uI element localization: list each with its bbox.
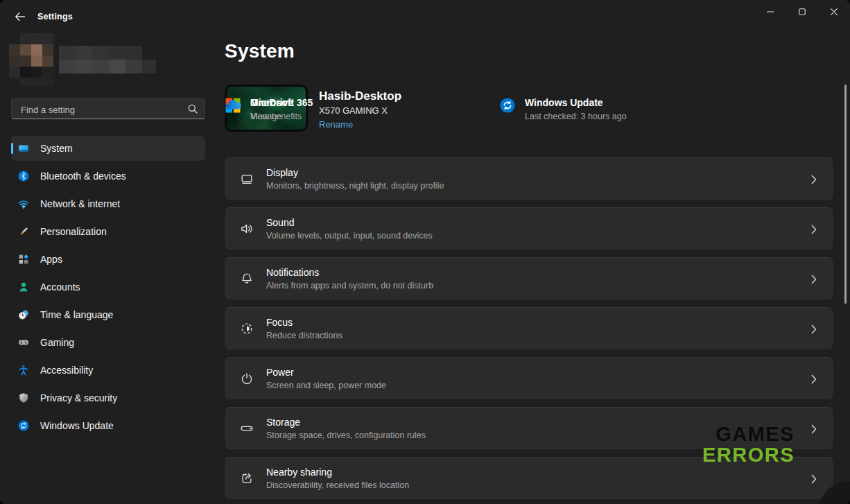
search-input[interactable]	[19, 99, 187, 120]
settings-list: Display Monitors, brightness, night ligh…	[225, 157, 833, 499]
device-model: X570 GAMING X	[319, 105, 401, 116]
main-content: System Hasib-Desktop X570 GAMING X Renam…	[225, 33, 850, 504]
quick-link-onedrive[interactable]: OneDrive Manage	[225, 97, 293, 121]
quick-link-title: Windows Update	[525, 97, 627, 109]
quick-link-icon	[225, 97, 241, 114]
settings-row-icon	[240, 272, 254, 286]
sidebar-item-personalization[interactable]: Personalization	[11, 219, 205, 244]
settings-window: Settings	[0, 0, 850, 504]
settings-row-storage[interactable]: Storage Storage space, drives, configura…	[225, 407, 833, 449]
chevron-right-icon	[811, 474, 817, 484]
sidebar-item-privacy-security[interactable]: Privacy & security	[11, 385, 205, 410]
sidebar-item-icon	[18, 365, 29, 376]
sidebar-item-label: Privacy & security	[40, 392, 117, 403]
sidebar-item-windows-update[interactable]: Windows Update	[11, 413, 205, 438]
quick-link-windows-update[interactable]: Windows Update Last checked: 3 hours ago	[499, 97, 627, 121]
sidebar-item-gaming[interactable]: Gaming	[11, 330, 205, 355]
minimize-icon	[767, 8, 774, 15]
user-profile-blurred[interactable]	[9, 33, 159, 86]
sidebar-item-icon	[18, 392, 29, 403]
titlebar: Settings	[0, 0, 850, 33]
settings-row-subtitle: Storage space, drives, configuration rul…	[266, 431, 426, 440]
sidebar-item-label: Windows Update	[40, 420, 114, 431]
sidebar-item-icon	[18, 143, 29, 154]
quick-link-icon	[499, 97, 516, 114]
sidebar-item-icon	[18, 254, 29, 265]
device-info: Hasib-Desktop X570 GAMING X Rename	[319, 89, 401, 130]
settings-row-notifications[interactable]: Notifications Alerts from apps and syste…	[225, 257, 833, 299]
settings-row-title: Storage	[266, 417, 426, 428]
sidebar: System Bluetooth & devices Network & int…	[0, 33, 216, 504]
settings-row-title: Display	[266, 167, 444, 178]
sidebar-item-label: Bluetooth & devices	[40, 171, 126, 182]
settings-row-subtitle: Alerts from apps and system, do not dist…	[266, 281, 433, 290]
settings-row-title: Sound	[266, 217, 433, 228]
back-arrow-icon	[15, 11, 26, 22]
settings-row-title: Power	[266, 367, 386, 378]
chevron-right-icon	[811, 175, 817, 184]
close-button[interactable]	[818, 0, 850, 24]
chevron-right-icon	[811, 374, 817, 384]
rename-link[interactable]: Rename	[319, 119, 353, 130]
sidebar-item-network-internet[interactable]: Network & internet	[11, 191, 205, 216]
sidebar-item-time-language[interactable]: Time & language	[11, 302, 205, 327]
settings-row-power[interactable]: Power Screen and sleep, power mode	[225, 357, 833, 399]
settings-row-subtitle: Monitors, brightness, night light, displ…	[266, 181, 444, 191]
sidebar-item-label: Apps	[40, 254, 62, 265]
device-header: Hasib-Desktop X570 GAMING X Rename Micro…	[225, 85, 833, 132]
sidebar-item-label: System	[40, 143, 73, 154]
search-box	[11, 98, 205, 119]
device-name: Hasib-Desktop	[319, 89, 401, 103]
sidebar-item-icon	[18, 171, 29, 182]
search-icon[interactable]	[187, 103, 198, 114]
sidebar-item-icon	[18, 226, 29, 237]
window-title: Settings	[37, 12, 73, 21]
sidebar-item-label: Accounts	[40, 281, 80, 293]
chevron-right-icon	[811, 225, 817, 234]
sidebar-item-label: Accessibility	[40, 365, 93, 376]
settings-row-icon	[240, 422, 254, 435]
settings-row-title: Notifications	[266, 267, 433, 278]
settings-row-title: Focus	[266, 317, 342, 328]
sidebar-item-icon	[18, 420, 29, 431]
minimize-button[interactable]	[754, 0, 786, 24]
settings-row-icon	[240, 222, 254, 236]
sidebar-item-label: Time & language	[40, 309, 113, 320]
sidebar-item-icon	[18, 337, 29, 348]
sidebar-item-label: Gaming	[40, 337, 74, 348]
sidebar-item-system[interactable]: System	[11, 136, 205, 161]
back-button[interactable]	[7, 6, 33, 27]
sidebar-item-accessibility[interactable]: Accessibility	[11, 358, 205, 383]
sidebar-item-bluetooth-devices[interactable]: Bluetooth & devices	[11, 164, 205, 189]
sidebar-item-icon	[18, 281, 29, 293]
sidebar-item-icon	[18, 198, 29, 209]
settings-row-subtitle: Volume levels, output, input, sound devi…	[266, 231, 433, 241]
maximize-icon	[799, 8, 806, 15]
quick-link-subtitle: Last checked: 3 hours ago	[525, 112, 627, 121]
settings-row-subtitle: Screen and sleep, power mode	[266, 381, 386, 390]
chevron-right-icon	[811, 324, 817, 334]
sidebar-nav: System Bluetooth & devices Network & int…	[11, 136, 205, 441]
settings-row-nearby-sharing[interactable]: Nearby sharing Discoverability, received…	[225, 457, 833, 499]
sidebar-item-apps[interactable]: Apps	[11, 247, 205, 272]
settings-row-icon	[240, 322, 254, 336]
chevron-right-icon	[811, 424, 817, 434]
sidebar-item-accounts[interactable]: Accounts	[11, 275, 205, 299]
caption-buttons	[754, 0, 850, 24]
settings-row-icon	[240, 372, 254, 385]
chevron-right-icon	[811, 275, 817, 284]
settings-row-subtitle: Discoverability, received files location	[266, 480, 409, 490]
scrollbar[interactable]	[844, 85, 847, 304]
maximize-button[interactable]	[786, 0, 818, 24]
selected-indicator	[11, 143, 13, 154]
close-icon	[831, 8, 838, 15]
settings-row-icon	[240, 471, 254, 485]
settings-row-sound[interactable]: Sound Volume levels, output, input, soun…	[225, 207, 833, 250]
settings-row-focus[interactable]: Focus Reduce distractions	[225, 307, 833, 349]
quick-link-title: OneDrive	[250, 97, 293, 109]
settings-row-icon	[240, 172, 254, 186]
sidebar-item-icon	[18, 309, 29, 320]
settings-row-display[interactable]: Display Monitors, brightness, night ligh…	[225, 157, 833, 200]
quick-link-subtitle: Manage	[250, 112, 293, 121]
settings-row-title: Nearby sharing	[266, 467, 409, 478]
